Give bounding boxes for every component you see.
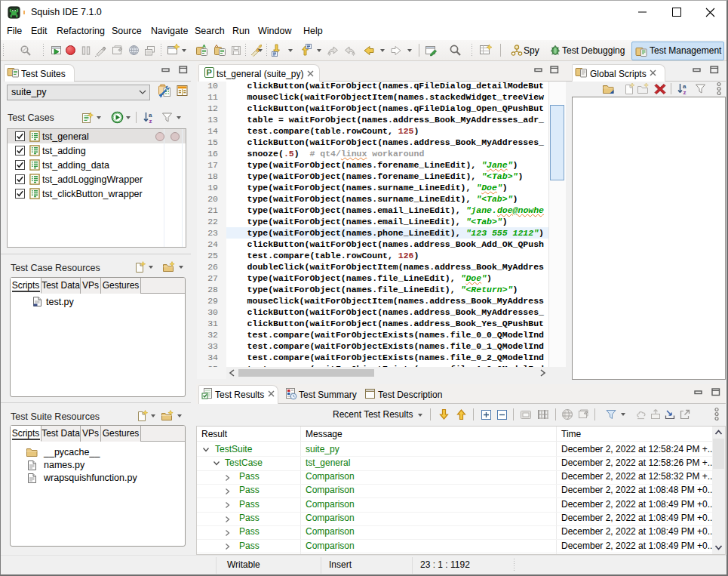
svg-text:P: P bbox=[207, 68, 212, 77]
svg-text:z: z bbox=[683, 89, 687, 95]
svg-text:z: z bbox=[149, 118, 152, 124]
